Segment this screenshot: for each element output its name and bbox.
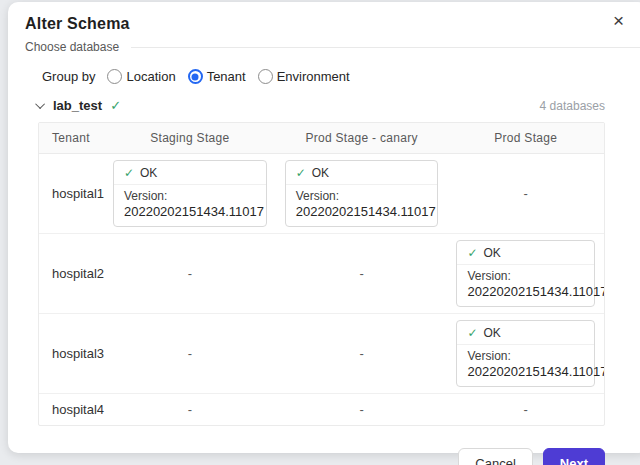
status-cell: ✓ OK Version: 20220202151434.11017 [447,314,604,393]
tenant-status-table: Tenant Staging Stage Prod Stage - canary… [38,122,605,426]
group-by-controls: Group by Location Tenant Environment [42,69,640,84]
table-row: hospital3 - - ✓ OK Version: 202202021514… [39,314,604,394]
database-name: lab_test [53,98,102,113]
status-card: ✓ OK Version: 20220202151434.11017 [113,160,267,227]
check-icon: ✓ [110,98,121,113]
empty-status-cell: - [447,402,604,417]
check-icon: ✓ [467,326,477,340]
tenant-name: hospital1 [39,186,104,201]
status-card: ✓ OK Version: 20220202151434.11017 [456,320,595,387]
radio-icon-environment[interactable] [258,69,273,84]
page-title: Alter Schema [25,15,630,33]
empty-status-cell: - [276,402,448,417]
tenant-name: hospital2 [39,266,104,281]
group-by-label: Group by [42,69,95,84]
radio-option-tenant[interactable]: Tenant [188,69,246,84]
radio-option-location[interactable]: Location [107,69,175,84]
dialog-header: Alter Schema × [8,2,640,33]
check-icon: ✓ [467,246,477,260]
empty-status-cell: - [276,266,448,281]
status-label: OK [484,326,501,340]
column-header-tenant: Tenant [39,123,104,153]
close-icon[interactable]: × [613,11,624,31]
chevron-down-icon[interactable] [35,99,45,109]
database-section-header[interactable]: lab_test ✓ 4 databases [8,98,640,113]
next-button[interactable]: Next [543,448,605,465]
tenant-name: hospital3 [39,346,104,361]
column-header-staging-stage: Staging Stage [104,123,276,153]
page-background: { "modal": { "title": "Alter Schema", "s… [0,0,640,465]
check-icon: ✓ [296,166,306,180]
empty-status-cell: - [276,346,448,361]
empty-status-cell: - [447,186,604,201]
version-value: 20220202151434.11017 [296,204,428,220]
dialog-subtitle: Choose database [25,40,119,54]
table-row: hospital4 - - - [39,394,604,425]
empty-status-cell: - [104,346,276,361]
radio-label-location: Location [126,69,175,84]
radio-icon-tenant[interactable] [188,69,203,84]
status-card: ✓ OK Version: 20220202151434.11017 [456,240,595,307]
database-count: 4 databases [540,99,605,113]
alter-schema-dialog: Alter Schema × Choose database Group by … [8,2,640,453]
table-row: hospital1 ✓ OK Version: 20220202151434.1… [39,154,604,234]
status-label: OK [312,166,329,180]
empty-status-cell: - [104,402,276,417]
status-cell: ✓ OK Version: 20220202151434.11017 [276,154,448,233]
version-value: 20220202151434.11017 [467,284,584,300]
check-icon: ✓ [124,166,134,180]
cancel-button[interactable]: Cancel [458,448,532,465]
column-header-prod-stage-canary: Prod Stage - canary [276,123,448,153]
subtitle-row: Choose database [8,40,640,54]
version-label: Version: [124,189,256,204]
status-cell: ✓ OK Version: 20220202151434.11017 [104,154,276,233]
empty-status-cell: - [104,266,276,281]
radio-label-environment: Environment [277,69,350,84]
status-cell: ✓ OK Version: 20220202151434.11017 [447,234,604,313]
subtitle-divider [131,47,640,48]
version-label: Version: [296,189,428,204]
table-row: hospital2 - - ✓ OK Version: 202202021514… [39,234,604,314]
column-header-prod-stage: Prod Stage [447,123,604,153]
version-value: 20220202151434.11017 [124,204,256,220]
radio-icon-location[interactable] [107,69,122,84]
radio-label-tenant: Tenant [207,69,246,84]
tenant-name: hospital4 [39,402,104,417]
dialog-footer: Cancel Next [8,448,640,465]
radio-option-environment[interactable]: Environment [258,69,350,84]
table-header-row: Tenant Staging Stage Prod Stage - canary… [39,123,604,154]
status-card: ✓ OK Version: 20220202151434.11017 [285,160,439,227]
version-label: Version: [467,269,584,284]
status-label: OK [484,246,501,260]
version-label: Version: [467,349,584,364]
status-label: OK [140,166,157,180]
version-value: 20220202151434.11017 [467,364,584,380]
